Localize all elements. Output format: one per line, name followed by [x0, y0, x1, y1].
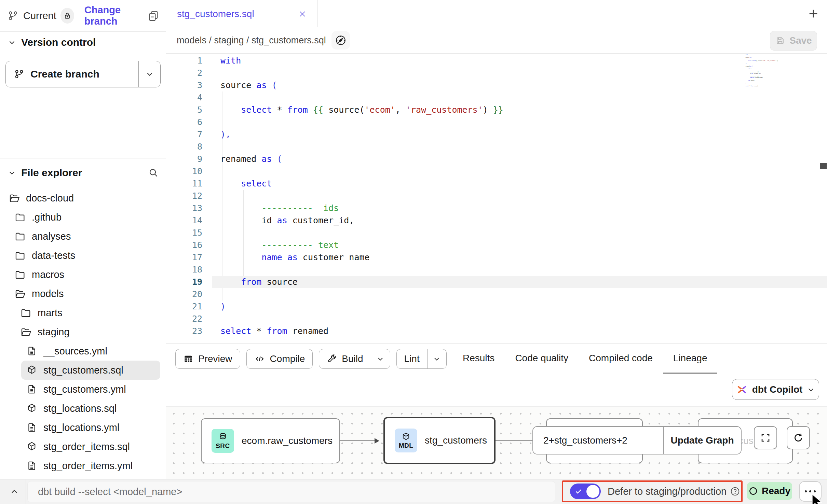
- chevron-down-icon: [8, 168, 16, 177]
- line-number: 12: [166, 190, 207, 202]
- tree-item-marts[interactable]: marts: [0, 303, 166, 322]
- tab-compiled-code[interactable]: Compiled code: [579, 344, 663, 374]
- lock-icon: [63, 12, 71, 20]
- mouse-cursor: [811, 494, 824, 504]
- lineage-node-stg-customers[interactable]: MDL stg_customers: [383, 417, 496, 464]
- code-line-23[interactable]: 23select * from renamed: [166, 325, 827, 337]
- compile-label: Compile: [270, 353, 305, 364]
- tree-item-analyses[interactable]: analyses: [0, 227, 166, 246]
- create-branch-caret[interactable]: [138, 61, 160, 87]
- close-icon[interactable]: [298, 9, 307, 19]
- code-line-9[interactable]: 9renamed as (: [166, 153, 827, 165]
- tab-lineage[interactable]: Lineage: [663, 344, 718, 374]
- lineage-node-source[interactable]: SRC ecom.raw_customers: [201, 418, 340, 463]
- code-line-11[interactable]: 11 select: [166, 178, 827, 190]
- fullscreen-button[interactable]: [754, 426, 777, 449]
- code-line-18[interactable]: 18: [166, 264, 827, 276]
- collapse-panel-button[interactable]: [8, 486, 21, 498]
- tab-results[interactable]: Results: [452, 344, 505, 374]
- tree-item--sources-yml[interactable]: __sources.yml: [0, 341, 166, 361]
- editor-scrollbar-thumb[interactable]: [820, 163, 827, 169]
- new-tab-button[interactable]: [802, 3, 824, 25]
- code-line-10[interactable]: 10: [166, 165, 827, 178]
- git-branch-icon: [14, 69, 24, 79]
- chevron-down-icon: [376, 355, 384, 363]
- model-icon: [26, 403, 38, 414]
- line-number: 8: [166, 141, 207, 153]
- tree-item-label: marts: [38, 307, 63, 319]
- tree-item-models[interactable]: models: [0, 284, 166, 303]
- wrench-icon: [327, 354, 337, 364]
- code-line-14[interactable]: 14 id as customer_id,: [166, 214, 827, 227]
- file-explorer-title: File explorer: [21, 167, 82, 179]
- search-icon[interactable]: [148, 167, 159, 178]
- branch-lock-chip: [60, 8, 74, 24]
- code-line-17[interactable]: 17 name as customer_name: [166, 251, 827, 264]
- defer-toggle[interactable]: [570, 484, 601, 499]
- change-branch-link[interactable]: Change branch: [84, 4, 147, 27]
- code-line-21[interactable]: 21): [166, 300, 827, 313]
- tree-item-staging[interactable]: staging: [0, 322, 166, 341]
- code-editor[interactable]: 1with23source as (45 select * from {{ so…: [166, 54, 827, 343]
- tree-item-stg-customers-sql[interactable]: stg_customers.sql: [21, 361, 160, 380]
- refresh-button[interactable]: [787, 426, 810, 449]
- tree-item--github[interactable]: .github: [0, 208, 166, 227]
- status-ready-badge[interactable]: Ready: [747, 482, 792, 500]
- tree-item-data-tests[interactable]: data-tests: [0, 246, 166, 265]
- tab-stg-customers-sql[interactable]: stg_customers.sql: [166, 0, 318, 28]
- check-icon: [574, 488, 583, 495]
- code-line-3[interactable]: 3source as (: [166, 79, 827, 92]
- help-icon[interactable]: [730, 486, 740, 496]
- docs-compass-chip[interactable]: [331, 31, 350, 50]
- tree-item-stg-customers-yml[interactable]: stg_customers.yml: [0, 380, 166, 399]
- line-number: 22: [166, 313, 207, 325]
- line-number: 15: [166, 227, 207, 239]
- file-icon: [26, 345, 38, 357]
- file-icon: [26, 460, 38, 472]
- code-line-6[interactable]: 6: [166, 116, 827, 128]
- file-explorer-header[interactable]: File explorer: [0, 165, 166, 181]
- line-number: 3: [166, 79, 207, 92]
- tree-item-macros[interactable]: macros: [0, 265, 166, 284]
- copy-icon[interactable]: [147, 10, 160, 22]
- minimap[interactable]: withsource as ( select * from {{ source(…: [744, 54, 824, 150]
- lineage-selector-input[interactable]: [533, 427, 663, 454]
- code-line-22[interactable]: 22: [166, 313, 827, 325]
- code-line-7[interactable]: 7),: [166, 128, 827, 141]
- code-line-15[interactable]: 15: [166, 227, 827, 239]
- breadcrumb: models / staging / stg_customers.sql: [177, 35, 326, 46]
- tree-item-stg-order-items-sql[interactable]: stg_order_items.sql: [0, 437, 166, 456]
- code-line-2[interactable]: 2: [166, 67, 827, 79]
- build-button[interactable]: Build: [319, 349, 390, 369]
- tab-code-quality[interactable]: Code quality: [505, 344, 579, 374]
- file-tree: docs-cloud.githubanalysesdata-testsmacro…: [0, 188, 166, 475]
- dbt-copilot-button[interactable]: dbt Copilot: [732, 379, 819, 400]
- command-input[interactable]: [27, 481, 555, 502]
- code-line-13[interactable]: 13 ---------- ids: [166, 202, 827, 214]
- tree-item-label: __sources.yml: [43, 346, 107, 357]
- tree-item-docs-cloud[interactable]: docs-cloud: [0, 188, 166, 208]
- update-graph-button[interactable]: Update Graph: [663, 427, 741, 454]
- tree-item-stg-order-items-yml[interactable]: stg_order_items.yml: [0, 456, 166, 475]
- code-line-5[interactable]: 5 select * from {{ source('ecom', 'raw_c…: [166, 104, 827, 116]
- compile-button[interactable]: Compile: [246, 349, 313, 369]
- preview-button[interactable]: Preview: [175, 349, 240, 369]
- lint-dropdown-caret[interactable]: [427, 349, 446, 368]
- version-control-header[interactable]: Version control: [0, 34, 166, 51]
- code-line-19[interactable]: 19 from source: [166, 276, 827, 288]
- create-branch-button[interactable]: Create branch: [5, 61, 161, 87]
- build-dropdown-caret[interactable]: [371, 349, 390, 368]
- lineage-panel[interactable]: SRC ecom.raw_customers MDL stg_customers: [166, 406, 827, 479]
- tree-item-stg-locations-yml[interactable]: stg_locations.yml: [0, 418, 166, 437]
- annotation-highlight-box: Defer to staging/production: [562, 480, 743, 502]
- code-line-8[interactable]: 8: [166, 141, 827, 153]
- code-line-1[interactable]: 1with: [166, 55, 827, 67]
- code-line-4[interactable]: 4: [166, 92, 827, 104]
- line-number: 23: [166, 325, 207, 337]
- lint-button[interactable]: Lint: [396, 349, 447, 369]
- tree-item-stg-locations-sql[interactable]: stg_locations.sql: [0, 399, 166, 418]
- code-line-20[interactable]: 20: [166, 288, 827, 300]
- save-button[interactable]: Save: [770, 31, 817, 51]
- code-line-16[interactable]: 16 ---------- text: [166, 239, 827, 251]
- code-line-12[interactable]: 12: [166, 190, 827, 202]
